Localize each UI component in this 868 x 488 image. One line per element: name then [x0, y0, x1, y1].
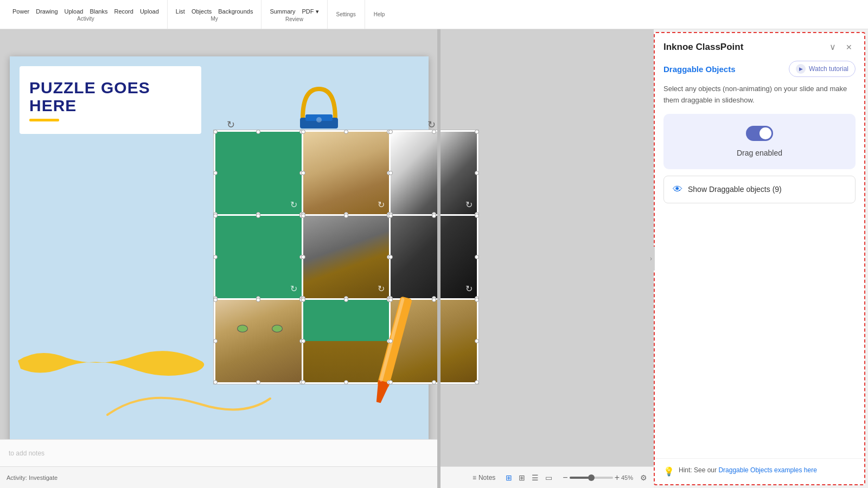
reading-view-btn[interactable]: ▭: [542, 472, 555, 484]
cell-corner-ml-8: [301, 339, 305, 343]
ribbon: Power Drawing Upload Blanks Record Uploa…: [0, 0, 868, 29]
cell-rotate-5[interactable]: ↻: [378, 284, 385, 294]
bulb-icon: 💡: [663, 466, 674, 477]
panel-subheader: Draggable Objects ▶ Watch tutorial: [655, 59, 864, 84]
drag-enabled-label: Drag enabled: [737, 149, 782, 157]
puzzle-cell-1[interactable]: ↻: [215, 132, 302, 214]
ribbon-list-btn[interactable]: List: [173, 7, 188, 16]
cell-corner-tm-7: [256, 298, 260, 302]
toggle-switch-label[interactable]: [746, 126, 773, 141]
cell-corner-ml-5: [301, 255, 305, 259]
drag-toggle-box: Drag enabled: [663, 114, 856, 169]
cell-corner-tm-4: [256, 214, 260, 218]
cell-rotate-1[interactable]: ↻: [290, 200, 297, 210]
cell-corner-ml-9: [388, 339, 393, 343]
zoom-out-btn[interactable]: −: [563, 473, 567, 483]
notes-button[interactable]: ≡ Notes: [473, 474, 495, 481]
svg-point-2: [316, 117, 322, 123]
cell-rotate-2[interactable]: ↻: [378, 200, 385, 210]
cell-corner-tl-1: [213, 130, 218, 134]
puzzle-title-box: PUZZLE GOES HERE: [20, 66, 201, 134]
cell-corner-tl-7: [213, 298, 218, 302]
ribbon-objects-btn[interactable]: Objects: [189, 7, 214, 16]
zoom-slider-track[interactable]: [570, 477, 613, 479]
play-icon: ▶: [796, 64, 806, 74]
zoom-in-btn[interactable]: +: [615, 473, 620, 483]
cell-corner-bm-7: [256, 380, 260, 384]
ribbon-upload-btn[interactable]: Upload: [62, 7, 86, 16]
cell-corner-tr-6: [475, 214, 479, 218]
cell-corner-tm-3: [432, 130, 436, 134]
cell-corner-bm-9: [432, 380, 436, 384]
panel-collapse-arrow[interactable]: ›: [647, 247, 655, 271]
close-btn[interactable]: ✕: [843, 41, 856, 53]
ribbon-summary-btn[interactable]: Summary: [267, 7, 298, 16]
my-group-label: My: [210, 16, 218, 22]
puzzle-cell-5[interactable]: ↻: [303, 216, 390, 298]
watch-tutorial-label: Watch tutorial: [809, 65, 848, 73]
ribbon-record-btn[interactable]: Record: [111, 7, 136, 16]
cell-rotate-4[interactable]: ↻: [290, 284, 297, 294]
show-draggable-btn[interactable]: 👁 Show Draggable objects (9): [663, 176, 856, 203]
curved-arrow: [102, 382, 276, 426]
cell-corner-ml-1: [213, 171, 218, 175]
panel-title: Inknoe ClassPoint: [663, 42, 743, 53]
status-bar: Activity: Investigate ≡ Notes ⊞ ⊞ ☰ ▭ −: [0, 466, 654, 488]
panel-resize-handle[interactable]: [437, 29, 441, 488]
cell-corner-br-9: [475, 380, 479, 384]
ribbon-backgrounds-btn[interactable]: Backgrounds: [215, 7, 256, 16]
cell-corner-ml-7: [213, 339, 218, 343]
puzzle-title-line1: PUZZLE GOES: [29, 79, 150, 97]
slide-area: PUZZLE GOES HERE ↻ ↻: [0, 29, 654, 488]
rotate-handle-left[interactable]: ↻: [227, 119, 235, 131]
ribbon-upload2-btn[interactable]: Upload: [137, 7, 162, 16]
outline-btn[interactable]: ☰: [529, 472, 541, 484]
slide-canvas[interactable]: PUZZLE GOES HERE ↻ ↻: [10, 56, 429, 442]
zoom-level: 45%: [621, 474, 639, 481]
activity-label: Activity: Investigate: [7, 474, 58, 481]
cell-corner-tm-8: [344, 298, 348, 302]
cell-corner-mr-6: [475, 255, 479, 259]
cell-rotate-6[interactable]: ↻: [465, 284, 473, 294]
eye-icon: 👁: [673, 184, 682, 195]
minimize-btn[interactable]: ∨: [826, 41, 839, 53]
cell-corner-mr-3: [475, 171, 479, 175]
view-buttons: ⊞ ⊞ ☰ ▭: [503, 472, 555, 484]
ribbon-group-help: Help: [365, 0, 394, 29]
puzzle-cell-2[interactable]: ↻: [303, 132, 390, 214]
cell-corner-mr-9: [475, 339, 479, 343]
cell-corner-tl-2: [301, 130, 305, 134]
ribbon-pdf-btn[interactable]: PDF ▾: [299, 7, 321, 16]
watch-tutorial-btn[interactable]: ▶ Watch tutorial: [789, 61, 856, 77]
panel-header: Inknoe ClassPoint ∨ ✕: [655, 33, 864, 59]
ribbon-group-settings: Settings: [328, 0, 365, 29]
puzzle-cell-3[interactable]: ↻: [391, 132, 477, 214]
slide-sorter-btn[interactable]: ⊞: [516, 472, 528, 484]
notes-label: Notes: [478, 474, 495, 481]
puzzle-cell-7[interactable]: [215, 300, 302, 382]
ribbon-power-btn[interactable]: Power: [10, 7, 32, 16]
cell-corner-bl-8: [301, 380, 305, 384]
binder-clip: [292, 81, 346, 130]
settings-group-label: Settings: [336, 11, 356, 17]
cell-corner-tl-8: [301, 298, 305, 302]
ribbon-blanks-btn[interactable]: Blanks: [87, 7, 110, 16]
hint-link[interactable]: Draggable Objects examples here: [718, 466, 816, 474]
rotate-handle-right[interactable]: ↻: [427, 119, 436, 131]
ribbon-group-review: Summary PDF ▾ Review: [261, 0, 327, 29]
activity-group-label: Activity: [77, 16, 94, 22]
fit-slide-btn[interactable]: ⚙: [640, 473, 647, 482]
hint-bar: 💡 Hint: See our Draggable Objects exampl…: [655, 458, 864, 484]
add-notes-text: to add notes: [9, 450, 44, 457]
normal-view-btn[interactable]: ⊞: [503, 472, 515, 484]
cell-rotate-3[interactable]: ↻: [465, 200, 473, 210]
title-underline: [29, 119, 59, 121]
cell-corner-tm-1: [256, 130, 260, 134]
puzzle-cell-4[interactable]: ↻: [215, 216, 302, 298]
ribbon-drawing-btn[interactable]: Drawing: [33, 7, 60, 16]
puzzle-cell-6[interactable]: ↻: [391, 216, 477, 298]
toggle-slider: [746, 126, 773, 141]
show-draggable-label: Show Draggable objects (9): [688, 185, 782, 194]
ribbon-group-my: List Objects Backgrounds My: [168, 0, 262, 29]
notes-icon: ≡: [473, 474, 476, 481]
